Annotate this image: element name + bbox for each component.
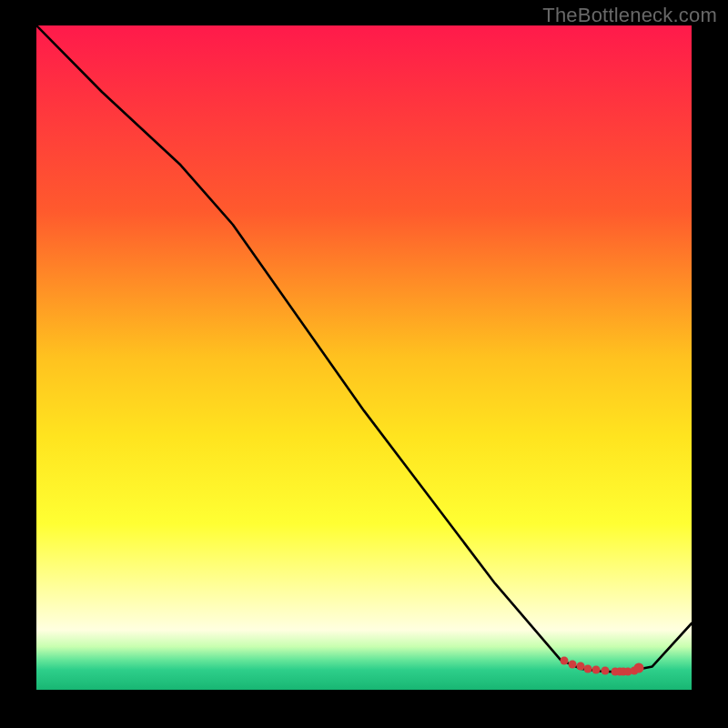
marker-point xyxy=(576,662,584,671)
marker-point xyxy=(560,656,568,664)
marker-point xyxy=(634,663,644,673)
marker-point xyxy=(592,666,600,674)
marker-point xyxy=(584,664,592,672)
bottleneck-curve xyxy=(36,25,692,672)
watermark-text: TheBottleneck.com xyxy=(542,4,717,27)
curve-layer xyxy=(36,25,692,690)
plot-area xyxy=(36,25,692,690)
marker-point xyxy=(601,667,609,675)
marker-point xyxy=(568,660,576,668)
chart-stage: TheBottleneck.com xyxy=(0,0,728,728)
